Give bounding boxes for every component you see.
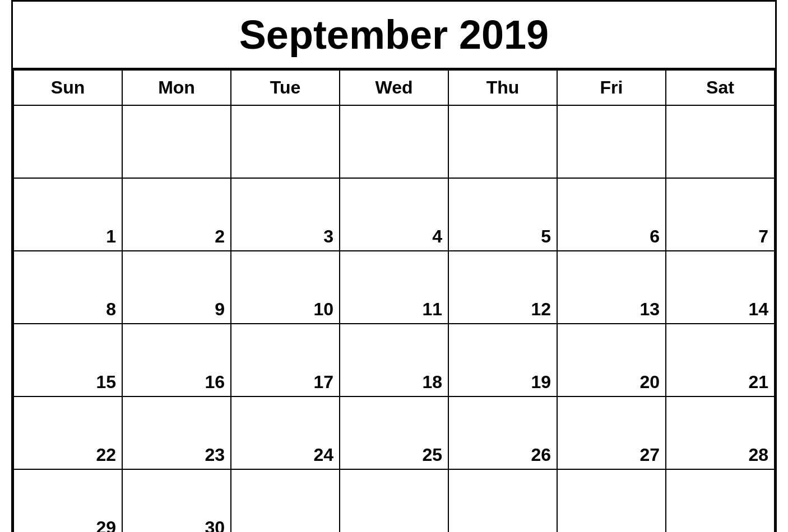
calendar-cell xyxy=(666,105,775,178)
calendar-cell xyxy=(340,469,448,532)
calendar-title: September 2019 xyxy=(13,2,775,69)
calendar-cell: 29 xyxy=(13,469,122,532)
day-header-sun: Sun xyxy=(13,70,122,105)
calendar-cell xyxy=(448,105,557,178)
calendar-cell: 12 xyxy=(448,251,557,324)
day-header-mon: Mon xyxy=(122,70,231,105)
calendar-cell xyxy=(231,469,340,532)
calendar-cell: 3 xyxy=(231,178,340,251)
calendar-cell: 13 xyxy=(557,251,666,324)
calendar-cell: 25 xyxy=(340,396,448,469)
calendar-cell xyxy=(448,469,557,532)
calendar-cell: 19 xyxy=(448,324,557,396)
calendar: September 2019 SunMonTueWedThuFriSat 123… xyxy=(11,0,777,532)
week-row-1: 1234567 xyxy=(13,178,775,251)
calendar-cell: 1 xyxy=(13,178,122,251)
days-of-week-row: SunMonTueWedThuFriSat xyxy=(13,70,775,105)
calendar-cell: 26 xyxy=(448,396,557,469)
week-row-4: 22232425262728 xyxy=(13,396,775,469)
calendar-cell: 16 xyxy=(122,324,231,396)
day-header-tue: Tue xyxy=(231,70,340,105)
day-header-fri: Fri xyxy=(557,70,666,105)
calendar-cell: 5 xyxy=(448,178,557,251)
day-header-wed: Wed xyxy=(340,70,448,105)
calendar-cell: 27 xyxy=(557,396,666,469)
calendar-cell: 4 xyxy=(340,178,448,251)
calendar-cell xyxy=(231,105,340,178)
calendar-cell xyxy=(340,105,448,178)
calendar-cell xyxy=(557,105,666,178)
calendar-cell: 8 xyxy=(13,251,122,324)
calendar-cell xyxy=(13,105,122,178)
calendar-grid: SunMonTueWedThuFriSat 123456789101112131… xyxy=(13,69,775,532)
calendar-cell: 11 xyxy=(340,251,448,324)
calendar-cell xyxy=(122,105,231,178)
calendar-cell xyxy=(557,469,666,532)
calendar-cell: 7 xyxy=(666,178,775,251)
calendar-cell: 23 xyxy=(122,396,231,469)
day-header-thu: Thu xyxy=(448,70,557,105)
calendar-cell: 15 xyxy=(13,324,122,396)
calendar-cell: 9 xyxy=(122,251,231,324)
calendar-cell: 18 xyxy=(340,324,448,396)
calendar-cell xyxy=(666,469,775,532)
calendar-cell: 14 xyxy=(666,251,775,324)
calendar-cell: 30 xyxy=(122,469,231,532)
week-row-5: 2930 xyxy=(13,469,775,532)
day-header-sat: Sat xyxy=(666,70,775,105)
week-row-3: 15161718192021 xyxy=(13,324,775,396)
calendar-cell: 24 xyxy=(231,396,340,469)
calendar-body: 1234567891011121314151617181920212223242… xyxy=(13,105,775,532)
week-row-2: 891011121314 xyxy=(13,251,775,324)
calendar-cell: 28 xyxy=(666,396,775,469)
week-row-0 xyxy=(13,105,775,178)
calendar-cell: 20 xyxy=(557,324,666,396)
calendar-cell: 2 xyxy=(122,178,231,251)
calendar-cell: 10 xyxy=(231,251,340,324)
calendar-cell: 6 xyxy=(557,178,666,251)
calendar-cell: 21 xyxy=(666,324,775,396)
calendar-cell: 17 xyxy=(231,324,340,396)
calendar-cell: 22 xyxy=(13,396,122,469)
